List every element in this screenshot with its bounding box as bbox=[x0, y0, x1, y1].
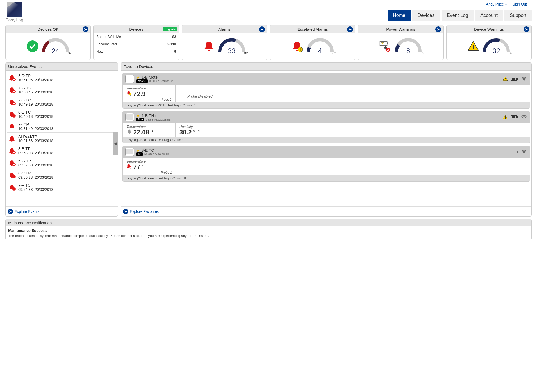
favorite-device[interactable]: ★1-B MoteMote-T98:8B:AD:28:01:91Temperat… bbox=[122, 73, 530, 109]
nav-arrow-icon[interactable]: ➤ bbox=[83, 26, 88, 32]
svg-rect-38 bbox=[517, 116, 518, 118]
logo[interactable]: EasyLog bbox=[5, 2, 24, 22]
battery-empty-icon bbox=[511, 150, 518, 154]
alarm-bell-icon bbox=[9, 123, 16, 130]
nav-arrow-icon: ➤ bbox=[8, 209, 13, 214]
event-item[interactable]: 6-G TP09:57:53 20/03/2018 bbox=[7, 157, 117, 169]
svg-rect-6 bbox=[473, 45, 474, 48]
event-time: 10:49:19 20/03/2018 bbox=[18, 102, 53, 106]
event-time: 10:46:13 20/03/2018 bbox=[18, 114, 53, 119]
nav-account[interactable]: Account bbox=[475, 10, 503, 21]
nav-support[interactable]: Support bbox=[504, 10, 532, 21]
event-time: 10:50:45 20/03/2018 bbox=[18, 90, 53, 94]
svg-rect-25 bbox=[505, 80, 506, 80]
upgrade-button[interactable]: Upgrade bbox=[163, 27, 177, 31]
event-time: 10:51:05 20/03/2018 bbox=[18, 78, 53, 82]
device-name: 1-B Mote bbox=[142, 75, 158, 79]
event-item[interactable]: 7-G TC10:50:45 20/03/2018 bbox=[7, 84, 117, 96]
scroll-collapse-handle[interactable]: ◀ bbox=[113, 132, 118, 155]
device-breadcrumb: EasyLogCloudTeam > Test Rig > Column 8 bbox=[123, 175, 530, 181]
wifi-icon bbox=[521, 115, 527, 120]
event-name: 6-G TP bbox=[18, 159, 53, 163]
sign-out-link[interactable]: Sign Out bbox=[513, 2, 527, 6]
svg-text:!: ! bbox=[300, 48, 301, 51]
device-name: 1-B TH+ bbox=[142, 113, 156, 118]
event-item[interactable]: 8-D TP10:51:05 20/03/2018 bbox=[7, 72, 117, 84]
device-image-icon bbox=[125, 75, 134, 83]
logo-cube-icon bbox=[7, 2, 22, 17]
reading-alarm-icon bbox=[126, 129, 132, 134]
star-icon[interactable]: ★ bbox=[136, 75, 140, 79]
warning-triangle-icon bbox=[467, 40, 480, 53]
nav-arrow-icon[interactable]: ➤ bbox=[524, 26, 529, 32]
event-time: 09:56:38 20/03/2018 bbox=[18, 175, 53, 179]
battery-full-icon bbox=[511, 77, 518, 81]
reading: Humidity30.2%RH bbox=[176, 123, 229, 137]
reading-alarm-icon bbox=[126, 164, 132, 169]
alarm-bell-icon bbox=[9, 136, 16, 142]
card-alarms[interactable]: Alarms➤ 33 82 bbox=[182, 25, 267, 60]
star-icon[interactable]: ★ bbox=[136, 114, 140, 118]
device-mac: 98:8B:AD:20:59:19 bbox=[144, 153, 169, 156]
explore-events-link[interactable]: ➤Explore Events bbox=[8, 209, 116, 214]
card-power-warnings[interactable]: Power Warnings➤ 8 82 bbox=[358, 25, 443, 60]
svg-rect-27 bbox=[517, 78, 518, 80]
svg-rect-11 bbox=[13, 91, 15, 92]
favorite-devices-panel: Favorite Devices ★1-B MoteMote-T98:8B:AD… bbox=[121, 62, 532, 217]
card-escalated-alarms[interactable]: Escalated Alarms➤ ! 4 82 bbox=[270, 25, 355, 60]
event-name: 7-I TP bbox=[18, 122, 53, 127]
user-menu[interactable]: Andy Price ▾ bbox=[486, 2, 507, 6]
svg-rect-15 bbox=[13, 116, 15, 116]
nav-event-log[interactable]: Event Log bbox=[442, 10, 474, 21]
svg-rect-39 bbox=[512, 116, 513, 118]
svg-rect-36 bbox=[505, 118, 506, 119]
alarm-bell-icon bbox=[9, 87, 16, 93]
svg-point-32 bbox=[524, 80, 525, 81]
unresolved-events-panel: Unresolved Events 8-D TP10:51:05 20/03/2… bbox=[5, 62, 118, 217]
alarm-bell-icon bbox=[9, 148, 16, 154]
card-devices-ok[interactable]: Devices OK➤ 24 82 bbox=[5, 25, 91, 60]
device-type-badge: TH+ bbox=[136, 118, 144, 121]
explore-favorites-link[interactable]: ➤Explore Favorites bbox=[123, 209, 529, 214]
svg-point-46 bbox=[524, 154, 525, 154]
favorite-device[interactable]: ★8-E TCTC98:8B:AD:20:59:19Temperature77°… bbox=[122, 146, 530, 182]
event-item[interactable]: 7-I TP10:31:49 20/03/2018 bbox=[7, 120, 117, 133]
svg-point-43 bbox=[524, 119, 525, 120]
event-item[interactable]: 8-B TP09:58:08 20/03/2018 bbox=[7, 145, 117, 157]
wifi-icon bbox=[521, 150, 527, 154]
nav-home[interactable]: Home bbox=[388, 10, 411, 21]
svg-rect-35 bbox=[505, 116, 506, 118]
svg-rect-21 bbox=[13, 177, 15, 177]
nav-arrow-icon[interactable]: ➤ bbox=[347, 26, 353, 32]
svg-rect-48 bbox=[129, 167, 131, 168]
device-type-badge: Mote-T bbox=[136, 79, 148, 83]
panel-title: Unresolved Events bbox=[6, 63, 118, 71]
alarm-bell-icon bbox=[9, 75, 16, 81]
wifi-icon bbox=[521, 76, 527, 81]
nav-arrow-icon[interactable]: ➤ bbox=[435, 26, 441, 32]
svg-rect-30 bbox=[514, 78, 515, 80]
favorite-device[interactable]: ★1-B TH+TH+98:8B:AD:20:23:53Temperature2… bbox=[122, 111, 530, 143]
svg-rect-17 bbox=[13, 152, 15, 153]
nav-devices[interactable]: Devices bbox=[412, 10, 440, 21]
svg-rect-9 bbox=[13, 79, 15, 80]
reading: Temperature!72.9°FProbe 1 bbox=[123, 85, 176, 102]
event-name: 7-D TC bbox=[18, 98, 53, 102]
maintenance-panel: Maintenance Notification Maintenance Suc… bbox=[5, 219, 532, 240]
card-devices[interactable]: DevicesUpgrade Shared With Me82Account T… bbox=[93, 25, 179, 60]
card-device-warnings[interactable]: Device Warnings➤ 32 82 bbox=[446, 25, 532, 60]
event-item[interactable]: 7-F TC09:54:33 20/03/2018 bbox=[7, 181, 117, 193]
event-time: 09:54:33 20/03/2018 bbox=[18, 187, 53, 192]
check-circle-icon bbox=[26, 40, 39, 53]
star-icon[interactable]: ★ bbox=[136, 148, 140, 152]
logo-text: EasyLog bbox=[5, 18, 24, 22]
event-item[interactable]: 8-E TC10:46:13 20/03/2018 bbox=[7, 108, 117, 120]
svg-rect-31 bbox=[516, 78, 517, 80]
event-item[interactable]: 8-C TP09:56:38 20/03/2018 bbox=[7, 169, 117, 181]
alarm-bell-icon bbox=[9, 160, 16, 166]
event-time: 10:31:49 20/03/2018 bbox=[18, 127, 53, 131]
event-item[interactable]: ALDeskTP10:01:56 20/03/2018 bbox=[7, 133, 117, 145]
svg-rect-13 bbox=[13, 103, 15, 104]
nav-arrow-icon[interactable]: ➤ bbox=[259, 26, 265, 32]
event-item[interactable]: 7-D TC10:49:19 20/03/2018 bbox=[7, 96, 117, 108]
